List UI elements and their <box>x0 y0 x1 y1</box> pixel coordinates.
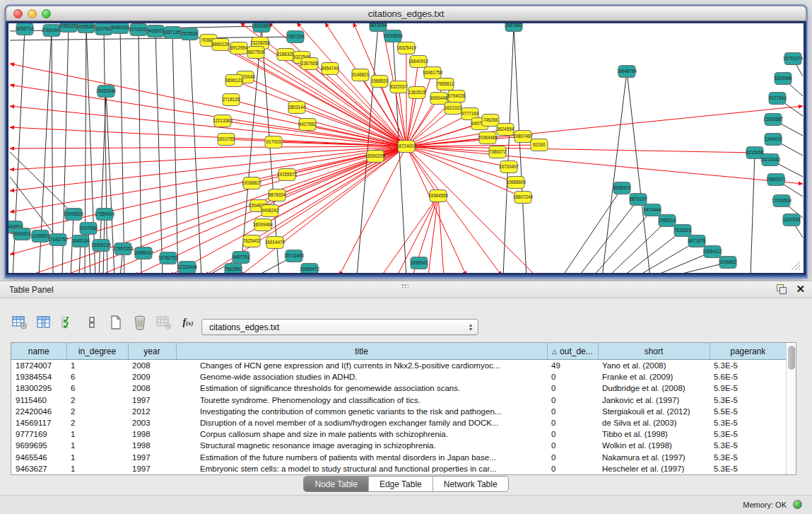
graph-node[interactable] <box>445 103 461 115</box>
graph-node[interactable] <box>114 243 131 255</box>
import-table-icon[interactable] <box>155 313 173 332</box>
graph-edge[interactable] <box>406 62 418 146</box>
graph-node[interactable] <box>164 27 181 39</box>
graph-node[interactable] <box>212 39 229 51</box>
row-height-icon[interactable] <box>83 313 101 332</box>
graph-node[interactable] <box>531 139 548 151</box>
graph-node[interactable] <box>13 228 30 240</box>
network-canvas[interactable]: 1872400776382286601268912954232260583827… <box>6 21 806 273</box>
select-columns-icon[interactable] <box>59 313 77 332</box>
graph-node[interactable] <box>214 115 231 127</box>
graph-node[interactable] <box>618 66 635 78</box>
column-header-in_degree[interactable]: in_degree <box>66 343 128 360</box>
memory-ok-led-icon[interactable] <box>793 500 802 509</box>
graph-node[interactable] <box>60 23 77 33</box>
graph-node[interactable] <box>179 262 196 274</box>
graph-node[interactable] <box>769 93 786 105</box>
graph-node[interactable] <box>243 235 260 247</box>
graph-node[interactable] <box>644 204 661 216</box>
table-selector-dropdown[interactable]: citations_edges.txt ▲▼ <box>201 319 478 335</box>
graph-node[interactable] <box>482 115 499 127</box>
graph-node[interactable] <box>688 235 705 247</box>
graph-node[interactable] <box>225 264 242 274</box>
table-row[interactable]: 2242004622012Investigating the contribut… <box>11 406 786 417</box>
graph-node[interactable] <box>96 209 113 221</box>
graph-node[interactable] <box>225 75 242 87</box>
table-row[interactable]: 911546021997Tourette syndrome. Phenomeno… <box>11 395 786 406</box>
graph-node[interactable] <box>93 240 110 252</box>
graph-edge[interactable] <box>562 188 622 273</box>
graph-node[interactable] <box>230 42 247 54</box>
graph-node[interactable] <box>765 114 782 126</box>
graph-node[interactable] <box>613 182 630 194</box>
graph-edge[interactable] <box>10 152 73 214</box>
show-columns-icon[interactable] <box>35 313 53 332</box>
zoom-window-icon[interactable] <box>42 9 51 18</box>
graph-node[interactable] <box>288 102 305 114</box>
table-row[interactable]: 1872400712008Changes of HCN gene express… <box>11 360 786 372</box>
graph-node[interactable] <box>301 58 318 70</box>
graph-node[interactable] <box>497 124 514 136</box>
graph-node[interactable] <box>218 134 235 146</box>
float-panel-icon[interactable] <box>776 284 787 295</box>
graph-node[interactable] <box>448 90 465 103</box>
graph-edge[interactable] <box>406 146 502 273</box>
tab-node-table[interactable]: Node Table <box>304 477 368 491</box>
function-builder-icon[interactable]: f(x) <box>179 313 197 332</box>
graph-node[interactable] <box>630 194 647 206</box>
graph-edge[interactable] <box>234 81 406 146</box>
graph-node[interactable] <box>674 225 691 237</box>
graph-node[interactable] <box>65 209 82 221</box>
graph-node[interactable] <box>765 134 782 146</box>
canvas-resize-grip-icon[interactable] <box>792 262 800 270</box>
graph-node[interactable] <box>16 23 33 35</box>
graph-node[interactable] <box>370 23 387 32</box>
graph-node[interactable] <box>507 177 524 189</box>
table-row[interactable]: 946362711997Embryonic stem cells: a mode… <box>11 463 786 474</box>
graph-edge[interactable] <box>514 25 526 273</box>
graph-node[interactable] <box>767 174 784 186</box>
graph-node[interactable] <box>277 49 294 61</box>
graph-edge[interactable] <box>636 241 697 273</box>
graph-edge[interactable] <box>339 146 406 273</box>
new-table-icon[interactable] <box>107 313 125 332</box>
graph-node[interactable] <box>514 192 531 204</box>
delete-table-icon[interactable] <box>131 313 149 332</box>
graph-edge[interactable] <box>10 106 406 146</box>
graph-node[interactable] <box>704 246 721 258</box>
graph-node[interactable] <box>514 131 531 143</box>
graph-node[interactable] <box>719 257 736 269</box>
graph-node[interactable] <box>398 141 415 153</box>
graph-node[interactable] <box>784 53 801 65</box>
graph-node[interactable] <box>278 169 295 181</box>
graph-node[interactable] <box>430 93 447 105</box>
graph-edge[interactable] <box>120 28 124 273</box>
graph-edge[interactable] <box>406 146 803 184</box>
graph-node[interactable] <box>223 94 240 106</box>
graph-node[interactable] <box>112 23 129 34</box>
graph-node[interactable] <box>371 76 388 88</box>
table-row[interactable]: 946554611997Estimation of the future num… <box>11 452 786 463</box>
graph-edge[interactable] <box>155 31 163 273</box>
graph-node[interactable] <box>746 147 763 159</box>
graph-node[interactable] <box>301 264 318 274</box>
graph-node[interactable] <box>773 195 790 207</box>
graph-node[interactable] <box>78 23 95 33</box>
panel-resize-grip[interactable] <box>401 284 408 288</box>
graph-node[interactable] <box>384 30 401 42</box>
column-header-year[interactable]: year <box>128 343 176 360</box>
graph-node[interactable] <box>130 24 147 36</box>
table-scrollbar[interactable] <box>786 343 796 474</box>
close-panel-icon[interactable]: ✕ <box>796 284 805 295</box>
table-row[interactable]: 1938455462009Genome-wide association stu… <box>11 371 786 382</box>
graph-edge[interactable] <box>622 230 683 273</box>
graph-node[interactable] <box>243 177 260 189</box>
graph-edge[interactable] <box>627 71 650 273</box>
column-header-out_de[interactable]: △out_de... <box>547 343 598 360</box>
graph-node[interactable] <box>49 234 66 246</box>
column-header-short[interactable]: short <box>598 343 710 360</box>
graph-node[interactable] <box>500 161 517 173</box>
table-row[interactable]: 1456911722003Disruption of a novel membe… <box>11 417 786 428</box>
graph-edge[interactable] <box>10 64 406 146</box>
graph-node[interactable] <box>147 25 164 37</box>
